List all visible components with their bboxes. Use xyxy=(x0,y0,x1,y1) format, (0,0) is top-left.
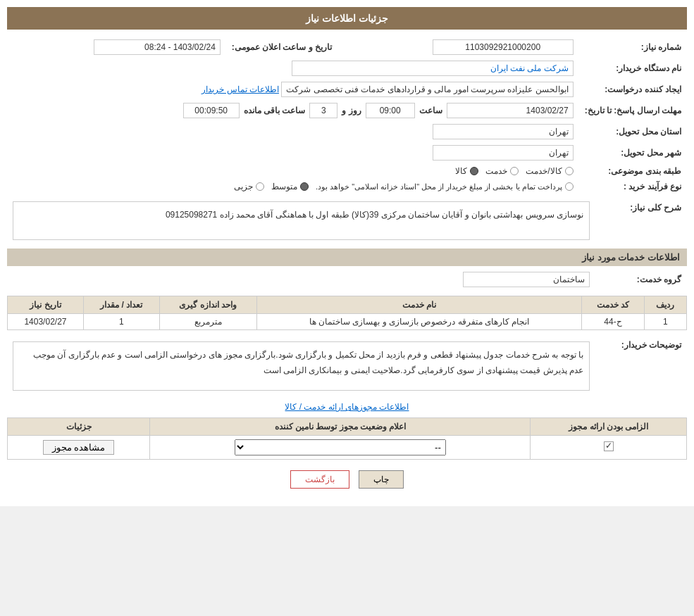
page-header: جزئیات اطلاعات نیاز xyxy=(7,7,687,30)
permit-required-cell xyxy=(531,436,687,460)
print-button[interactable]: چاپ xyxy=(359,470,404,489)
province-value: تهران xyxy=(7,121,579,142)
city-label: شهر محل تحویل: xyxy=(579,142,687,163)
creator-label: ایجاد کننده درخواست: xyxy=(579,79,687,100)
process-option-medium[interactable]: متوسط xyxy=(271,182,309,191)
process-option-bond-label: پرداخت تمام یا بخشی از مبلغ خریدار از مح… xyxy=(316,182,562,191)
service-group-input: ساختمان xyxy=(463,272,590,287)
radio-service xyxy=(510,167,519,175)
permit-status-select[interactable]: -- xyxy=(235,439,446,455)
permits-section-title[interactable]: اطلاعات مجوزهای ارائه خدمت / کالا xyxy=(285,402,409,412)
view-permit-button[interactable]: مشاهده مجوز xyxy=(43,440,115,455)
process-options: پرداخت تمام یا بخشی از مبلغ خریدار از مح… xyxy=(7,179,579,194)
buyer-notes-label: توضیحات خریدار: xyxy=(595,336,687,396)
creator-input: ابوالحسن علیزاده سرپرست امور مالی و قرار… xyxy=(281,82,573,97)
cell-unit: مترمربع xyxy=(159,314,256,330)
col-quantity: تعداد / مقدار xyxy=(83,296,159,314)
process-label: نوع فرآیند خرید : xyxy=(579,179,687,194)
table-row: -- مشاهده مجوز xyxy=(8,436,687,460)
category-option-service-label: خدمت xyxy=(485,166,507,176)
service-group-value: ساختمان xyxy=(7,269,595,290)
page-title: جزئیات اطلاعات نیاز xyxy=(306,13,388,24)
category-option-goods[interactable]: کالا xyxy=(455,166,478,176)
services-table: ردیف کد خدمت نام خدمت واحد اندازه گیری ت… xyxy=(7,296,687,330)
buyer-name-input: شرکت ملی نفت ایران xyxy=(292,61,574,76)
service-group-label: گروه خدمت: xyxy=(595,269,687,290)
process-option-bond[interactable]: پرداخت تمام یا بخشی از مبلغ خریدار از مح… xyxy=(316,182,574,191)
permits-col-status: اعلام وضعیت مجوز توسط نامین کننده xyxy=(150,418,531,436)
need-description-label: شرح کلی نیاز: xyxy=(595,199,687,243)
need-description-table: شرح کلی نیاز: نوسازی سرویس بهداشتی بانوا… xyxy=(7,199,687,243)
table-row: 1 ح-44 انجام کارهای متفرقه درخصوص بازساز… xyxy=(8,314,687,330)
process-option-minor[interactable]: جزیی xyxy=(234,182,264,191)
col-date: تاریخ نیاز xyxy=(8,296,84,314)
deadline-row: 1403/02/27 ساعت 09:00 روز و 3 ساعت باقی … xyxy=(7,100,579,121)
deadline-remaining-input: 00:09:50 xyxy=(183,103,240,118)
announce-datetime-value: 1403/02/24 - 08:24 xyxy=(7,37,226,58)
need-number-value: 1103092921000200 xyxy=(337,37,579,58)
permit-required-checkbox[interactable] xyxy=(604,441,614,451)
announce-datetime-label: تاریخ و ساعت اعلان عمومی: xyxy=(226,37,337,58)
cell-date: 1403/02/27 xyxy=(8,314,84,330)
back-button[interactable]: بازگشت xyxy=(290,470,349,489)
radio-goods-service xyxy=(565,167,574,175)
need-number-label: شماره نیاز: xyxy=(579,37,687,58)
province-label: استان محل تحویل: xyxy=(579,121,687,142)
page-wrapper: جزئیات اطلاعات نیاز شماره نیاز: 11030929… xyxy=(0,0,694,506)
radio-bond xyxy=(565,182,574,191)
deadline-label: مهلت ارسال پاسخ: تا تاریخ: xyxy=(579,100,687,121)
category-option-goods-label: کالا xyxy=(455,166,467,176)
category-options: کالا/خدمت خدمت کالا xyxy=(7,163,579,179)
deadline-date-input: 1403/02/27 xyxy=(447,103,574,118)
process-option-minor-label: جزیی xyxy=(234,182,253,191)
deadline-time-input: 09:00 xyxy=(366,103,415,118)
permits-col-details: جزئیات xyxy=(8,418,150,436)
permit-details-cell: مشاهده مجوز xyxy=(8,436,150,460)
buyer-notes-cell: با توجه به شرح خدمات جدول پیشنهاد قطعی و… xyxy=(7,336,595,396)
contact-info-link[interactable]: اطلاعات تماس خریدار xyxy=(202,84,279,94)
col-code: کد خدمت xyxy=(582,296,645,314)
deadline-days-input: 3 xyxy=(309,103,337,118)
need-description-box: نوسازی سرویس بهداشتی بانوان و آقایان ساخ… xyxy=(13,201,590,240)
permit-status-cell: -- xyxy=(150,436,531,460)
category-label: طبقه بندی موضوعی: xyxy=(579,163,687,179)
city-value: تهران xyxy=(7,142,579,163)
permits-col-required: الزامی بودن ارائه مجوز xyxy=(531,418,687,436)
col-row: ردیف xyxy=(644,296,686,314)
cell-row: 1 xyxy=(644,314,686,330)
deadline-days-label: روز و xyxy=(342,106,361,115)
info-table: شماره نیاز: 1103092921000200 تاریخ و ساع… xyxy=(7,37,687,194)
cell-name: انجام کارهای متفرقه درخصوص بازسازی و بهس… xyxy=(256,314,581,330)
buyer-notes-box: با توجه به شرح خدمات جدول پیشنهاد قطعی و… xyxy=(13,341,590,391)
province-input: تهران xyxy=(433,124,574,139)
city-input: تهران xyxy=(433,145,574,161)
buyer-notes-table: توضیحات خریدار: با توجه به شرح خدمات جدو… xyxy=(7,336,687,396)
footer-buttons: چاپ بازگشت xyxy=(7,470,687,489)
category-option-goods-service-label: کالا/خدمت xyxy=(526,166,562,176)
announce-datetime-input: 1403/02/24 - 08:24 xyxy=(94,39,221,55)
buyer-name-value: شرکت ملی نفت ایران xyxy=(7,58,579,79)
need-number-input: 1103092921000200 xyxy=(433,39,574,55)
radio-medium xyxy=(300,182,309,191)
process-option-medium-label: متوسط xyxy=(271,182,297,191)
radio-goods xyxy=(470,167,478,175)
radio-minor xyxy=(256,182,264,191)
permits-table: الزامی بودن ارائه مجوز اعلام وضعیت مجوز … xyxy=(7,417,687,460)
deadline-time-label: ساعت xyxy=(419,106,442,115)
cell-quantity: 1 xyxy=(83,314,159,330)
buyer-name-label: نام دستگاه خریدار: xyxy=(579,58,687,79)
need-description-cell: نوسازی سرویس بهداشتی بانوان و آقایان ساخ… xyxy=(7,199,595,243)
category-option-goods-service[interactable]: کالا/خدمت xyxy=(526,166,573,176)
creator-value: ابوالحسن علیزاده سرپرست امور مالی و قرار… xyxy=(7,79,579,100)
col-unit: واحد اندازه گیری xyxy=(159,296,256,314)
services-section-title: اطلاعات خدمات مورد نیاز xyxy=(7,249,687,266)
category-option-service[interactable]: خدمت xyxy=(485,166,519,176)
service-group-table: گروه خدمت: ساختمان xyxy=(7,269,687,290)
col-name: نام خدمت xyxy=(256,296,581,314)
cell-code: ح-44 xyxy=(582,314,645,330)
deadline-remaining-label: ساعت باقی مانده xyxy=(244,106,306,115)
